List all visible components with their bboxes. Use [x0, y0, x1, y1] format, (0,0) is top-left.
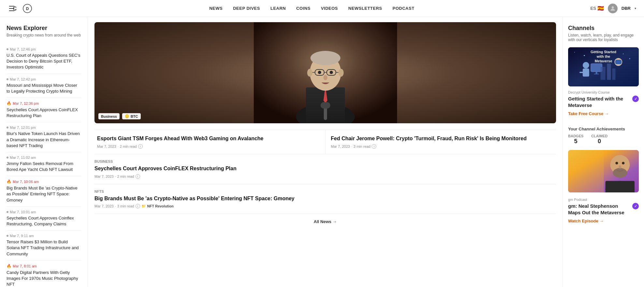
news-timestamp: Mar 7, 11:02 am — [7, 156, 81, 159]
svg-point-16 — [338, 69, 344, 77]
list-item[interactable]: Mar 7, 12:46 pm U.S. Court of Appeals Qu… — [7, 44, 81, 74]
nav-deep-dives[interactable]: DEEP DIVES — [233, 6, 260, 11]
info-icon[interactable]: i — [136, 204, 140, 208]
badges-label: BADGES — [568, 134, 583, 138]
language-selector[interactable]: ES 🇪🇸 — [590, 5, 604, 11]
info-icon[interactable]: i — [372, 144, 376, 149]
info-icon[interactable]: i — [136, 174, 140, 179]
main-nav: NEWS DEEP DIVES LEARN COINS VIDEOS NEWSL… — [209, 6, 414, 11]
podcast-title: gm: Neal Stephenson Maps Out the Metaver… — [568, 203, 639, 216]
sidebar-left: News Explorer Breaking crypto news from … — [0, 17, 88, 287]
list-item[interactable]: Mar 7, 12:01 pm Blur's Native Token Laun… — [7, 122, 81, 152]
business-tag[interactable]: Business — [98, 113, 120, 119]
claimed-value: 0 — [591, 138, 608, 145]
podcast-image — [568, 150, 639, 192]
channels-title: Channels — [568, 25, 639, 32]
nav-newsletters[interactable]: NEWSLETTERS — [348, 6, 382, 11]
news-headline: Candy Digital Partners With Getty Images… — [7, 270, 81, 287]
nav-podcast[interactable]: PODCAST — [393, 6, 414, 11]
menu-search-button[interactable] — [8, 4, 18, 13]
article-title: Fed Chair Jerome Powell: Crypto 'Turmoil… — [331, 135, 554, 142]
list-item[interactable]: Mar 7, 12:42 pm Missouri and Mississippi… — [7, 74, 81, 98]
article-category: Business — [94, 159, 556, 163]
btc-tag[interactable]: 🪙 BTC — [122, 113, 141, 119]
news-explorer-panel: News Explorer Breaking crypto news from … — [0, 17, 88, 287]
channel-card-image: Getting Started with the Metaverse — [568, 47, 639, 86]
verified-badge — [632, 203, 639, 209]
article-card-left[interactable]: Esports Giant TSM Forges Ahead With Web3… — [94, 130, 325, 154]
list-item[interactable]: 🔥 Mar 7, 12:36 pm Seychelles Court Appro… — [7, 98, 81, 122]
article-title: Big Brands Must Be 'as Crypto-Native as … — [94, 195, 556, 202]
avatar[interactable] — [608, 4, 618, 13]
svg-point-14 — [310, 51, 340, 65]
dot-icon — [7, 157, 8, 159]
dot-icon — [7, 78, 8, 80]
podcast-card[interactable] — [568, 150, 639, 192]
university-section: Decrypt University Course Getting Starte… — [568, 90, 639, 121]
hero-article[interactable]: Business 🪙 BTC — [94, 22, 556, 123]
watch-episode-link[interactable]: Watch Episode → — [568, 219, 604, 223]
list-item[interactable]: Mar 7, 11:02 am Jimmy Fallon Seeks Remov… — [7, 152, 81, 176]
svg-point-24 — [323, 75, 327, 80]
svg-rect-25 — [324, 107, 327, 120]
hero-image: Business 🪙 BTC — [94, 22, 556, 123]
coin-icon: 🪙 — [125, 114, 129, 118]
claimed-label: CLAIMED — [591, 134, 608, 138]
all-news-link[interactable]: All News → — [314, 219, 337, 224]
course-title: Getting Started with the Metaverse — [568, 96, 639, 108]
svg-rect-35 — [580, 72, 583, 73]
logo-icon-button[interactable]: D — [21, 3, 33, 14]
article-meta: Mar 7, 2023 · 2 min read i — [94, 174, 556, 179]
news-timestamp-hot: 🔥 Mar 7, 8:01 am — [7, 264, 81, 268]
claimed-achievement: CLAIMED 0 — [591, 134, 608, 145]
hero-image-background — [94, 22, 556, 123]
take-free-course-link[interactable]: Take Free Course → — [568, 111, 609, 116]
svg-point-28 — [574, 52, 575, 53]
user-name[interactable]: DBR — [622, 6, 631, 11]
news-headline: U.S. Court of Appeals Questions SEC's De… — [7, 53, 81, 70]
nav-videos[interactable]: VIDEOS — [321, 6, 338, 11]
svg-rect-26 — [321, 102, 330, 109]
svg-rect-41 — [601, 67, 606, 80]
list-item[interactable]: 🔥 Mar 7, 10:06 am Big Brands Must Be 'as… — [7, 176, 81, 207]
chevron-down-icon: ▾ — [635, 7, 636, 10]
news-timestamp: Mar 7, 9:11 am — [7, 234, 81, 238]
dot-icon — [7, 127, 8, 128]
achievements-grid: BADGES 5 CLAIMED 0 — [568, 134, 639, 145]
svg-text:D: D — [26, 7, 29, 11]
article-row[interactable]: Business Seychelles Court Approves CoinF… — [94, 154, 556, 184]
article-meta: Mar 7, 2023 · 2 min read i — [97, 144, 323, 149]
main-footer: All News → — [94, 214, 556, 229]
svg-point-32 — [629, 58, 630, 59]
news-timestamp: Mar 7, 12:01 pm — [7, 126, 81, 129]
svg-rect-42 — [607, 64, 611, 80]
article-card-right[interactable]: Fed Chair Jerome Powell: Crypto 'Turmoil… — [325, 130, 556, 154]
sidebar-title: News Explorer — [7, 25, 81, 32]
achievements-title: Your Channel Achievements — [568, 127, 639, 131]
info-icon[interactable]: i — [138, 144, 143, 149]
channel-card-metaverse[interactable]: Getting Started with the Metaverse — [568, 47, 639, 86]
svg-text:Metaverse: Metaverse — [595, 59, 612, 63]
news-timestamp-hot: 🔥 Mar 7, 10:06 am — [7, 179, 81, 184]
article-title: Seychelles Court Approves CoinFLEX Restr… — [94, 165, 556, 172]
article-row[interactable]: NFTs Big Brands Must Be 'as Crypto-Nativ… — [94, 184, 556, 214]
nav-learn[interactable]: LEARN — [270, 6, 286, 11]
news-headline: Seychelles Court Approves Coinflex Restr… — [7, 215, 81, 227]
news-timestamp-hot: 🔥 Mar 7, 12:36 pm — [7, 101, 81, 106]
news-headline: Missouri and Mississippi Move Closer to … — [7, 83, 81, 94]
list-item[interactable]: Mar 7, 9:11 am Tensor Raises $3 Million … — [7, 231, 81, 261]
dot-icon — [7, 48, 8, 50]
hamburger-search: D — [8, 3, 33, 14]
fire-icon: 🔥 — [7, 101, 11, 106]
lang-code: ES — [590, 6, 596, 11]
svg-rect-34 — [583, 68, 589, 77]
list-item[interactable]: 🔥 Mar 7, 8:01 am Candy Digital Partners … — [7, 261, 81, 287]
svg-text:with the: with the — [596, 54, 610, 58]
news-headline: Tensor Raises $3 Million to Build Solana… — [7, 239, 81, 257]
badges-achievement: BADGES 5 — [568, 134, 583, 145]
nav-news[interactable]: NEWS — [209, 6, 222, 11]
nav-coins[interactable]: COINS — [296, 6, 310, 11]
news-headline: Blur's Native Token Launch Has Driven a … — [7, 131, 81, 149]
list-item[interactable]: Mar 7, 10:01 am Seychelles Court Approve… — [7, 207, 81, 231]
svg-point-49 — [613, 168, 627, 178]
